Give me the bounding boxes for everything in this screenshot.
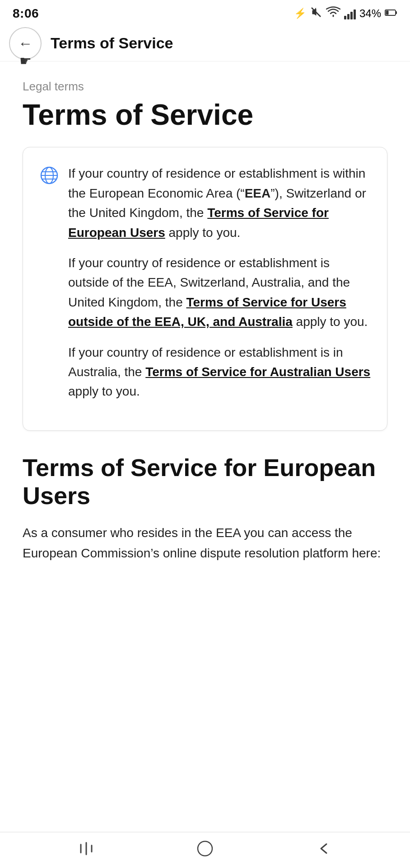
card-text: If your country of residence or establis…: [68, 164, 371, 401]
bluetooth-icon: ⚡: [294, 8, 306, 19]
recent-apps-icon: [78, 841, 94, 859]
card-paragraph-1: If your country of residence or establis…: [68, 164, 371, 242]
back-nav-icon: [317, 841, 331, 859]
cursor-hand-icon: ☛: [19, 53, 32, 69]
wifi-icon: [326, 6, 340, 21]
home-button[interactable]: [187, 837, 223, 864]
page-title: Terms of Service: [23, 99, 387, 131]
section-label: Legal terms: [23, 80, 387, 94]
app-bar: ← ☛ Terms of Service: [0, 25, 410, 61]
status-time: 8:06: [13, 6, 39, 21]
mute-icon: [310, 6, 322, 21]
card-header: If your country of residence or establis…: [39, 164, 371, 401]
signal-icon: [344, 8, 356, 19]
recent-apps-button[interactable]: [68, 837, 104, 864]
main-content: Legal terms Terms of Service If your cou…: [0, 61, 410, 590]
globe-icon: [39, 165, 59, 185]
svg-rect-12: [198, 841, 212, 856]
home-icon: [196, 839, 214, 862]
info-card: If your country of residence or establis…: [23, 147, 387, 430]
battery-percentage: 34%: [359, 7, 381, 20]
back-button[interactable]: ← ☛: [9, 27, 42, 60]
back-arrow-icon: ←: [18, 36, 33, 51]
battery-icon: [385, 9, 397, 19]
body-text: As a consumer who resides in the EEA you…: [23, 523, 387, 564]
tos-australian-link[interactable]: Terms of Service for Australian Users: [145, 365, 370, 379]
card-paragraph-2: If your country of residence or establis…: [68, 253, 371, 332]
back-nav-button[interactable]: [306, 837, 342, 864]
status-icons: ⚡ 34%: [294, 6, 397, 21]
bottom-nav: [0, 832, 410, 868]
svg-rect-3: [386, 11, 389, 15]
section-heading: Terms of Service for European Users: [23, 453, 387, 509]
card-paragraph-3: If your country of residence or establis…: [68, 343, 371, 401]
status-bar: 8:06 ⚡ 34%: [0, 0, 410, 25]
svg-rect-2: [396, 11, 397, 14]
app-bar-title: Terms of Service: [51, 34, 173, 52]
